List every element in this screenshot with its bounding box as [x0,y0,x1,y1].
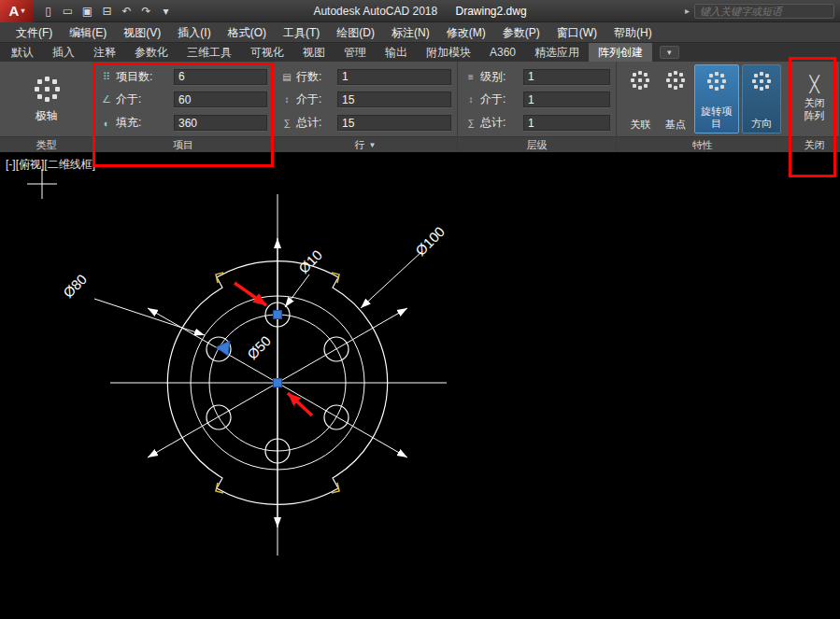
tab-parametric[interactable]: 参数化 [125,43,178,62]
save-icon[interactable]: ▣ [78,3,96,20]
items-count-label: 项目数: [116,69,174,85]
levels-total-row: ∑ 总计: [463,112,610,134]
app-menu-caret-icon: ▾ [21,7,24,15]
panel-label-rows[interactable]: 行 ▼ [274,136,457,152]
rotate-items-button[interactable]: 旋转项目 [694,64,739,134]
menu-item-parametric[interactable]: 参数(P) [494,22,548,43]
menu-item-dimension[interactable]: 标注(N) [383,22,438,43]
search-input[interactable] [694,4,834,19]
rows-between-label: 介于: [296,91,337,107]
menu-item-help[interactable]: 帮助(H) [605,22,661,43]
panel-type: 极轴 类型 [0,62,93,152]
levels-count-row: ≡ 级别: [463,66,610,88]
rows-count-input[interactable] [337,69,451,85]
menu-item-edit[interactable]: 编辑(E) [61,22,115,43]
panel-label-close: 关闭 [790,136,839,152]
leader-d10 [285,274,309,307]
menu-item-draw[interactable]: 绘图(D) [328,22,383,43]
items-between-icon: ∠ [99,93,114,106]
leader-d100 [361,251,422,308]
menu-item-view[interactable]: 视图(V) [115,22,169,43]
base-point-button[interactable]: 基点 [659,64,691,134]
menu-item-format[interactable]: 格式(O) [220,22,275,43]
dim-label-d10: Ø10 [295,246,325,276]
levels-count-input[interactable] [523,69,610,85]
tab-view[interactable]: 视图 [293,43,335,62]
ribbon-array-creation: 极轴 类型 ⠿ 项目数: ∠ 介于: ◐ [0,62,840,152]
open-file-icon[interactable]: ▭ [59,3,77,20]
items-fill-label: 填充: [116,115,174,131]
app-logo-button[interactable]: A ▾ [0,0,34,22]
radial-line-330 [278,383,407,457]
radial-line-210 [148,383,278,457]
grip-item-point[interactable] [274,311,282,319]
panel-label-type[interactable]: 类型 [0,136,93,152]
rows-total-input[interactable] [337,115,451,131]
grip-direction-arrow[interactable] [216,341,230,356]
tab-3d-tools[interactable]: 三维工具 [178,43,241,62]
close-array-label-2: 阵列 [804,109,825,122]
red-annotation-arrow-center [288,393,312,415]
polar-array-type-button[interactable]: 极轴 [21,70,72,129]
tab-insert[interactable]: 插入 [43,43,84,62]
quick-access-toolbar: ▯ ▭ ▣ ⊟ ↶ ↷ ▾ [39,3,175,20]
close-array-label-1: 关闭 [804,96,825,109]
tab-featured-apps[interactable]: 精选应用 [525,43,589,62]
items-fill-input[interactable] [174,115,267,131]
menu-item-tools[interactable]: 工具(T) [275,22,328,43]
levels-total-icon: ∑ [463,118,478,128]
menu-item-insert[interactable]: 插入(I) [169,22,219,43]
print-icon[interactable]: ⊟ [98,3,116,20]
tab-visualize[interactable]: 可视化 [241,43,293,62]
items-count-input[interactable] [174,69,267,85]
panel-label-levels[interactable]: 层级 [458,136,616,152]
rotate-items-icon [706,71,727,91]
rows-between-row: ↕ 介于: [279,90,451,111]
window-title: Autodesk AutoCAD 2018 Drawing2.dwg [313,5,526,18]
tab-add-ins[interactable]: 附加模块 [417,43,480,62]
menu-item-file[interactable]: 文件(F) [7,22,61,43]
ribbon-options-button[interactable]: ▾ [660,46,679,59]
items-between-input[interactable] [174,91,267,107]
new-file-icon[interactable]: ▯ [39,3,57,20]
rows-total-label: 总计: [296,115,337,131]
undo-icon[interactable]: ↶ [118,3,135,20]
panel-levels: ≡ 级别: ↕ 介于: ∑ 总计: 层级 [458,62,617,152]
rows-between-input[interactable] [337,91,451,107]
panel-label-properties[interactable]: 特性 [617,136,789,152]
levels-between-icon: ↕ [463,94,478,105]
panel-label-items[interactable]: 项目 [93,136,273,152]
rows-between-icon: ↕ [279,94,294,105]
close-array-button[interactable]: ╳ 关闭 阵列 [790,62,839,136]
tab-output[interactable]: 输出 [376,43,417,62]
search-arrow-icon: ▸ [685,6,690,16]
direction-button[interactable]: 方向 [742,64,781,134]
document-title: Drawing2.dwg [456,5,527,18]
qat-dropdown-icon[interactable]: ▾ [157,3,175,20]
menu-item-window[interactable]: 窗口(W) [548,22,605,43]
menu-item-modify[interactable]: 修改(M) [438,22,494,43]
tab-default[interactable]: 默认 [2,43,43,62]
panel-items: ⠿ 项目数: ∠ 介于: ◐ 填充: 项目 [93,62,274,152]
drawing-area[interactable]: [-][俯视][二维线框] [0,152,840,619]
redo-icon[interactable]: ↷ [137,3,155,20]
dim-label-d50: Ø50 [244,332,274,362]
tab-annotate[interactable]: 注释 [84,43,125,62]
associative-button[interactable]: 关联 [624,64,656,134]
close-x-icon: ╳ [809,76,819,94]
viewport-controls-label[interactable]: [-][俯视][二维线框] [6,157,95,173]
levels-between-input[interactable] [523,91,610,107]
panel-close: ╳ 关闭 阵列 关闭 [790,62,840,152]
grip-center-point[interactable] [274,379,282,387]
items-fill-icon: ◐ [99,118,114,129]
polar-array-label: 极轴 [36,108,58,124]
tab-a360[interactable]: A360 [480,43,525,62]
items-count-row: ⠿ 项目数: [99,66,267,88]
tab-array-creation[interactable]: 阵列创建 [589,43,652,62]
levels-total-input[interactable] [523,115,610,131]
base-point-icon [665,70,686,91]
levels-between-label: 介于: [480,91,523,107]
red-annotation-arrow-item [235,283,266,305]
dim-label-d80: Ø80 [60,271,90,301]
tab-manage[interactable]: 管理 [335,43,376,62]
